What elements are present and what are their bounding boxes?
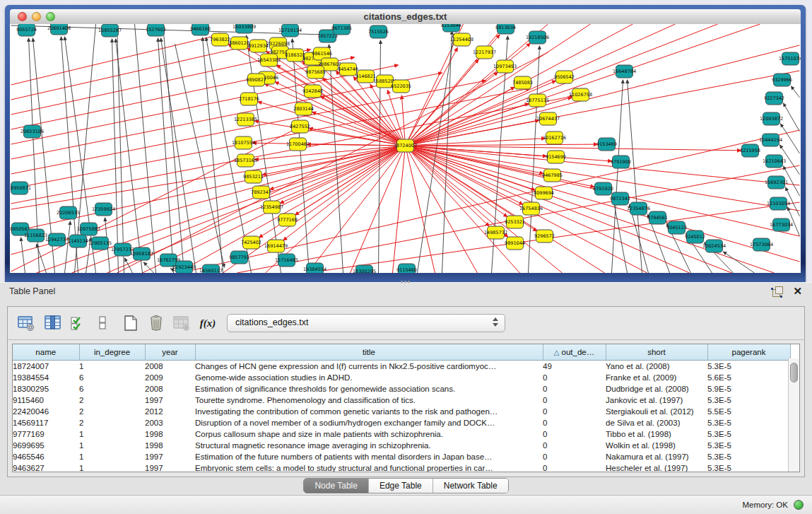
graph-node[interactable]: 18775135 bbox=[526, 94, 549, 107]
network-canvas[interactable]: 1872400779638228860128891293423226058982… bbox=[10, 24, 801, 273]
graph-node[interactable]: 9153469 bbox=[596, 138, 617, 151]
graph-node[interactable]: 12213385 bbox=[234, 113, 257, 126]
graph-node[interactable]: 12905135 bbox=[88, 237, 112, 250]
graph-node[interactable]: 16754836 bbox=[519, 202, 543, 215]
red-edge-hub[interactable] bbox=[401, 95, 405, 146]
graph-node[interactable]: 9875685 bbox=[305, 66, 326, 78]
graph-node[interactable]: 9466160 bbox=[190, 24, 211, 35]
table-row[interactable]: 911546021997Tourette syndrome. Phenomeno… bbox=[13, 395, 790, 406]
red-edge-hub[interactable] bbox=[406, 146, 507, 217]
close-panel-icon[interactable]: ✕ bbox=[793, 285, 802, 298]
table-settings-icon[interactable] bbox=[16, 313, 36, 333]
graph-node[interactable]: 1145134 bbox=[68, 235, 88, 247]
red-edge[interactable] bbox=[11, 34, 223, 85]
graph-node[interactable]: 8427552 bbox=[290, 120, 310, 133]
scrollbar-thumb[interactable] bbox=[790, 363, 798, 382]
table-row[interactable]: 946362711997Embryonic stem cells: a mode… bbox=[13, 462, 790, 472]
graph-node[interactable]: 17573064 bbox=[750, 238, 773, 251]
graph-node[interactable]: 9253321 bbox=[505, 216, 525, 228]
black-edge[interactable] bbox=[65, 221, 71, 273]
table-row[interactable]: 1872400712008Changes of HCN gene express… bbox=[13, 361, 790, 373]
memory-ok-indicator[interactable] bbox=[794, 500, 804, 510]
graph-node[interactable]: 2803144 bbox=[293, 103, 314, 115]
row-check-icon[interactable] bbox=[69, 313, 88, 333]
graph-node[interactable]: 11254408 bbox=[450, 33, 473, 46]
graph-node[interactable]: 8813034 bbox=[495, 24, 516, 34]
graph-node[interactable]: 9467985 bbox=[542, 169, 563, 182]
graph-node[interactable]: 19218506 bbox=[526, 31, 549, 44]
black-edge[interactable] bbox=[21, 238, 25, 273]
graph-node[interactable]: 11026758 bbox=[569, 88, 592, 101]
red-edge-hub[interactable] bbox=[406, 144, 598, 146]
table-row[interactable]: 1830029562008Estimation of significance … bbox=[13, 383, 790, 395]
column-header-pagerank[interactable]: pagerank bbox=[707, 344, 790, 361]
red-edge-ray[interactable] bbox=[406, 146, 800, 211]
delete-table-icon[interactable] bbox=[172, 313, 192, 333]
black-edge[interactable] bbox=[784, 103, 800, 132]
graph-node[interactable]: 18573165 bbox=[234, 154, 257, 167]
graph-node[interactable]: 8671385 bbox=[331, 24, 352, 35]
graph-node[interactable]: 9115460 bbox=[396, 264, 417, 273]
table-row[interactable]: 1938455462009Genome-wide association stu… bbox=[13, 372, 790, 383]
tab-network-table[interactable]: Network Table bbox=[433, 479, 508, 493]
graph-node[interactable]: 7515526 bbox=[368, 25, 389, 38]
column-chooser-icon[interactable] bbox=[43, 313, 63, 333]
red-edge-hub[interactable] bbox=[406, 87, 515, 146]
graph-node[interactable]: 9890827 bbox=[246, 74, 266, 86]
graph-node[interactable]: 11700462 bbox=[286, 138, 310, 151]
function-builder-icon[interactable]: f(x) bbox=[196, 315, 220, 331]
table-row[interactable]: 2242004622012Investigating the contribut… bbox=[13, 406, 790, 417]
column-header-short[interactable]: short bbox=[606, 344, 707, 361]
network-window-titlebar[interactable]: citations_edges.txt bbox=[10, 9, 801, 25]
graph-node[interactable]: 15751074 bbox=[779, 52, 801, 65]
table-row[interactable]: 1456911722003Disruption of a novel membe… bbox=[13, 417, 790, 428]
graph-node[interactable]: 18950871 bbox=[10, 182, 31, 194]
rows-icon[interactable] bbox=[93, 313, 112, 333]
graph-node[interactable]: 12923448 bbox=[172, 261, 196, 273]
graph-node[interactable]: 18724007 bbox=[394, 139, 417, 152]
graph-node[interactable]: 10162716 bbox=[543, 132, 566, 144]
column-header-year[interactable]: year bbox=[145, 344, 195, 361]
black-edge[interactable] bbox=[613, 194, 628, 273]
graph-node[interactable]: 9055724 bbox=[16, 24, 37, 36]
table-row[interactable]: 969969511998Structural magnetic resonanc… bbox=[13, 440, 790, 451]
red-edge-ray[interactable] bbox=[406, 146, 800, 262]
graph-node[interactable]: 8794561 bbox=[647, 211, 668, 224]
column-header-in_degree[interactable]: in_degree bbox=[79, 344, 145, 361]
table-selector-dropdown[interactable]: citations_edges.txt bbox=[227, 314, 505, 332]
graph-node[interactable]: 14985732 bbox=[484, 226, 507, 239]
red-edge-hub[interactable] bbox=[406, 43, 531, 146]
column-header-out_de[interactable]: △out_de… bbox=[543, 344, 606, 361]
graph-node[interactable]: 10958187 bbox=[130, 247, 153, 260]
graph-node[interactable]: 8099694 bbox=[534, 187, 554, 199]
graph-node[interactable]: 9853211 bbox=[243, 170, 264, 183]
graph-node[interactable]: 1527602 bbox=[146, 24, 166, 36]
graph-node[interactable]: 9245012 bbox=[685, 230, 705, 243]
graph-node[interactable]: 7485083 bbox=[512, 76, 533, 89]
graph-node[interactable]: 9506542 bbox=[554, 71, 575, 83]
graph-node[interactable]: 16648784 bbox=[613, 65, 636, 78]
graph-node[interactable]: 12103054 bbox=[767, 197, 790, 210]
graph-node[interactable]: 8912934 bbox=[248, 40, 269, 52]
graph-node[interactable]: 6522035 bbox=[391, 80, 411, 93]
graph-node[interactable]: 8215958 bbox=[740, 144, 760, 157]
graph-node[interactable]: 9777169 bbox=[277, 214, 298, 226]
graph-node[interactable]: 14569117 bbox=[199, 264, 223, 273]
graph-node[interactable]: 16773034 bbox=[770, 218, 793, 231]
graph-node[interactable]: 6791920 bbox=[593, 182, 613, 195]
graph-node[interactable]: 16543382 bbox=[257, 54, 281, 66]
graph-node[interactable]: 10719134 bbox=[278, 24, 302, 37]
black-edge[interactable] bbox=[628, 80, 642, 273]
graph-node[interactable]: 19384554 bbox=[303, 263, 326, 273]
graph-node[interactable]: 2718176 bbox=[239, 93, 259, 105]
graph-node[interactable]: 7425402 bbox=[241, 236, 261, 249]
graph-node[interactable]: 20653106 bbox=[20, 125, 44, 138]
graph-node[interactable]: 18300295 bbox=[353, 265, 376, 273]
graph-node[interactable]: 7963822 bbox=[210, 33, 230, 46]
graph-node[interactable]: 15716485 bbox=[275, 254, 298, 267]
graph-node[interactable]: 9857791 bbox=[229, 251, 249, 264]
black-edge[interactable] bbox=[781, 124, 800, 153]
graph-node[interactable]: 10024534 bbox=[702, 240, 726, 252]
tab-edge-table[interactable]: Edge Table bbox=[369, 479, 433, 493]
new-table-icon[interactable] bbox=[121, 313, 141, 333]
